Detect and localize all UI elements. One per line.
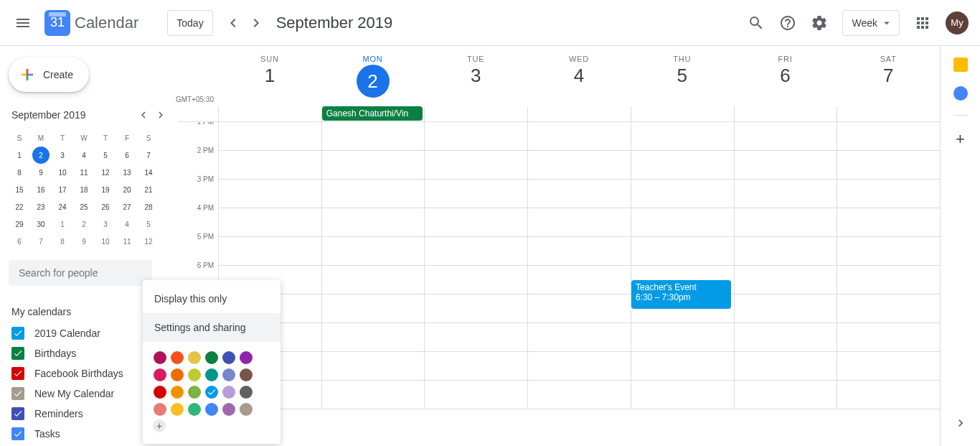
hour-cell[interactable] [631,381,734,409]
hour-cell[interactable] [321,237,425,266]
mini-day[interactable]: 7 [30,233,52,250]
mini-day[interactable]: 17 [52,181,73,198]
mini-day[interactable]: 26 [95,198,116,215]
color-swatch[interactable] [154,386,166,399]
create-button[interactable]: Create [9,57,89,92]
mini-day[interactable]: 3 [52,147,73,164]
calendar-checkbox[interactable] [11,327,24,340]
search-people-input[interactable] [9,260,152,286]
hour-cell[interactable] [527,323,631,352]
calendar-checkbox[interactable] [11,407,24,420]
hour-cell[interactable] [527,294,631,323]
mini-day[interactable]: 1 [52,215,73,233]
hour-cell[interactable] [837,266,940,294]
prev-period-button[interactable] [222,11,245,34]
color-swatch[interactable] [171,386,184,399]
color-swatch[interactable] [188,403,201,416]
hour-cell[interactable] [424,237,527,266]
gear-icon[interactable] [805,9,834,37]
mini-day[interactable]: 11 [73,164,95,181]
color-swatch[interactable] [171,403,184,416]
calendar-checkbox[interactable] [11,367,24,380]
mini-day[interactable]: 10 [95,233,116,250]
color-swatch[interactable] [154,403,166,416]
mini-day[interactable]: 25 [73,198,95,215]
mini-day[interactable]: 18 [73,181,95,198]
hide-panel-button[interactable] [946,409,975,437]
mini-day[interactable]: 28 [138,198,159,215]
color-swatch[interactable] [188,368,201,381]
color-swatch[interactable] [240,368,253,381]
help-icon[interactable] [773,9,802,37]
hour-cell[interactable] [734,352,837,381]
hour-cell[interactable] [424,352,527,381]
mini-day[interactable]: 3 [95,215,116,233]
settings-sharing-item[interactable]: Settings and sharing [143,313,281,342]
day-header[interactable]: WED4 [527,46,631,106]
apps-icon[interactable] [908,9,937,37]
mini-day[interactable]: 22 [9,198,30,215]
color-swatch[interactable] [222,403,235,416]
display-only-item[interactable]: Display this only [143,284,281,313]
mini-day[interactable]: 6 [116,147,138,164]
hour-cell[interactable] [218,237,321,266]
allday-cell[interactable] [424,106,527,121]
color-swatch[interactable] [205,351,218,364]
mini-day[interactable]: 8 [9,164,30,181]
hour-cell[interactable] [631,180,734,208]
hour-cell[interactable] [631,151,734,180]
hour-cell[interactable] [631,323,734,352]
hour-cell[interactable] [424,122,527,151]
hour-cell[interactable] [218,180,321,208]
hour-cell[interactable] [218,122,321,151]
hour-cell[interactable] [424,208,527,237]
mini-day[interactable]: 30 [30,215,52,233]
mini-day[interactable]: 5 [138,215,159,233]
hour-cell[interactable] [734,180,837,208]
color-swatch[interactable] [205,368,218,381]
hour-cell[interactable] [631,208,734,237]
hour-cell[interactable] [527,151,631,180]
hour-cell[interactable] [527,352,631,381]
mini-calendar[interactable]: SMTWTFS123456789101112131415161718192021… [9,129,172,250]
hour-cell[interactable]: Teacher's Event6:30 – 7:30pm [631,266,734,294]
hour-cell[interactable] [837,294,940,323]
hour-cell[interactable] [527,237,631,266]
mini-day[interactable]: 8 [52,233,73,250]
hour-cell[interactable] [837,151,940,180]
hour-cell[interactable] [527,266,631,294]
mini-day[interactable]: 15 [9,181,30,198]
allday-cell[interactable]: Ganesh Chaturthi/Vin [321,106,425,121]
color-swatch[interactable] [171,368,184,381]
hour-cell[interactable] [527,381,631,409]
mini-day[interactable]: 23 [30,198,52,215]
color-swatch[interactable] [188,351,201,364]
hour-cell[interactable] [321,180,425,208]
mini-day[interactable]: 4 [116,215,138,233]
next-period-button[interactable] [245,11,268,34]
hour-cell[interactable] [734,323,837,352]
hour-cell[interactable] [734,151,837,180]
mini-day[interactable]: 10 [52,164,73,181]
mini-day[interactable]: 12 [95,164,116,181]
mini-day[interactable]: 4 [73,147,95,164]
color-swatch[interactable] [240,403,253,416]
hour-cell[interactable] [837,323,940,352]
avatar[interactable]: My [946,11,969,34]
mini-day[interactable]: 5 [95,147,116,164]
allday-event[interactable]: Ganesh Chaturthi/Vin [322,106,423,121]
hour-cell[interactable] [527,180,631,208]
search-icon[interactable] [742,9,771,37]
mini-day[interactable]: 1 [9,147,30,164]
hour-cell[interactable] [734,294,837,323]
hour-cell[interactable] [734,237,837,266]
color-swatch[interactable] [222,386,235,399]
hour-cell[interactable] [734,381,837,409]
mini-next-button[interactable] [152,106,169,124]
hour-cell[interactable] [631,352,734,381]
hour-cell[interactable] [218,208,321,237]
hour-cell[interactable] [424,323,527,352]
mini-day[interactable]: 29 [9,215,30,233]
color-swatch[interactable] [222,368,235,381]
tasks-icon[interactable] [953,86,968,101]
